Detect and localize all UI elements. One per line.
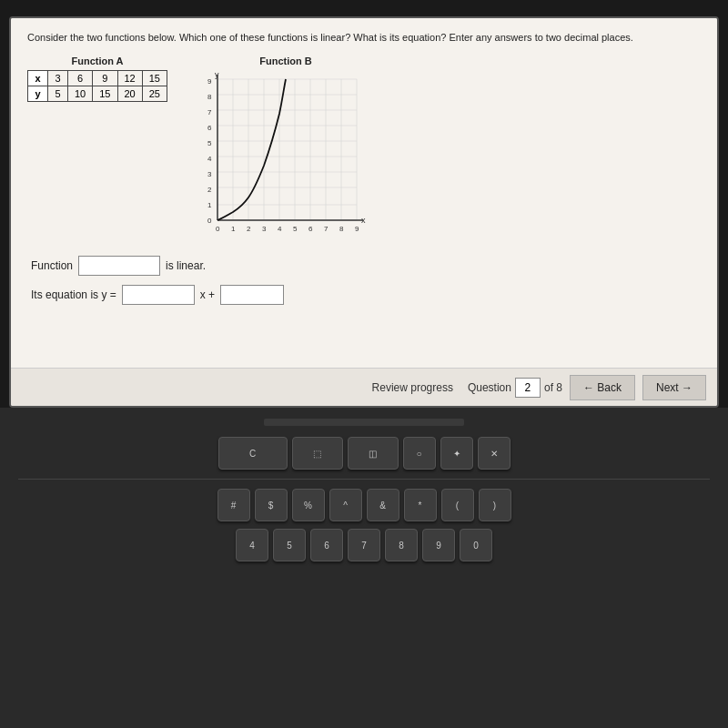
- key-4[interactable]: 4: [236, 529, 268, 561]
- svg-text:5: 5: [207, 139, 212, 147]
- key-row-1: C ⬚ ◫ ○ ✦ ✕: [218, 437, 511, 470]
- review-progress-button[interactable]: Review progress: [372, 381, 453, 394]
- svg-text:3: 3: [262, 225, 267, 233]
- key-percent[interactable]: %: [292, 489, 325, 521]
- table-row-x: x 3 6 9 12 15: [28, 71, 167, 86]
- function-b-graph: x y 0 1 2 3 4 5 6 7 8 9 0: [195, 70, 377, 243]
- svg-text:x: x: [361, 216, 366, 225]
- x-label: x +: [200, 288, 215, 301]
- function-a-label: Function A: [71, 56, 123, 66]
- key-c[interactable]: C: [218, 437, 288, 470]
- key-circle[interactable]: ○: [403, 437, 436, 470]
- x-val-5: 15: [142, 71, 167, 86]
- y-val-2: 10: [68, 86, 93, 102]
- key-caret[interactable]: ^: [329, 489, 362, 521]
- key-ampersand[interactable]: &: [367, 489, 399, 521]
- back-button[interactable]: ← Back: [570, 375, 635, 400]
- question-number-input[interactable]: [515, 378, 541, 398]
- key-row-3: 4 5 6 7 8 9 0: [236, 529, 492, 561]
- y-header: y: [28, 86, 48, 102]
- y-val-4: 20: [117, 86, 142, 102]
- key-dollar[interactable]: $: [255, 489, 288, 521]
- svg-text:4: 4: [278, 225, 282, 233]
- equation-prefix: Its equation is y =: [31, 288, 116, 301]
- key-9[interactable]: 9: [422, 529, 455, 561]
- functions-row: Function A x 3 6 9 12 15 y 5 10 15: [27, 56, 701, 243]
- y-val-1: 5: [48, 86, 68, 102]
- y-val-5: 25: [142, 86, 167, 102]
- intercept-input[interactable]: [220, 285, 284, 305]
- svg-text:5: 5: [293, 225, 298, 233]
- key-7[interactable]: 7: [348, 529, 380, 561]
- is-linear-label: is linear.: [166, 259, 206, 272]
- x-header: x: [28, 71, 48, 86]
- key-0[interactable]: 0: [460, 529, 492, 561]
- key-row-2: # $ % ^ & * ( ): [217, 489, 511, 521]
- next-button[interactable]: Next →: [642, 375, 706, 400]
- svg-text:2: 2: [207, 186, 212, 194]
- content-area: Consider the two functions below. Which …: [11, 18, 717, 368]
- x-val-3: 9: [93, 71, 117, 86]
- svg-text:6: 6: [308, 225, 313, 233]
- key-hash[interactable]: #: [217, 489, 250, 521]
- table-row-y: y 5 10 15 20 25: [28, 86, 167, 102]
- svg-text:6: 6: [207, 124, 212, 132]
- svg-text:9: 9: [355, 225, 359, 233]
- key-divider: [18, 479, 710, 480]
- function-b-section: Function B: [195, 56, 377, 243]
- key-asterisk[interactable]: *: [404, 489, 437, 521]
- key-screenshot[interactable]: ⬚: [292, 437, 343, 470]
- svg-text:2: 2: [247, 225, 251, 233]
- function-input[interactable]: [78, 256, 160, 276]
- key-6[interactable]: 6: [310, 529, 343, 561]
- svg-text:7: 7: [324, 225, 329, 233]
- function-b-label: Function B: [259, 56, 311, 66]
- svg-text:3: 3: [207, 170, 212, 178]
- key-x[interactable]: ✕: [478, 437, 511, 470]
- key-star[interactable]: ✦: [440, 437, 473, 470]
- function-label: Function: [31, 259, 73, 272]
- x-val-2: 6: [68, 71, 93, 86]
- keyboard-hinge: [264, 419, 464, 426]
- svg-text:1: 1: [231, 225, 236, 233]
- question-indicator: Question of 8: [468, 378, 562, 398]
- svg-text:8: 8: [207, 93, 212, 101]
- svg-text:y: y: [215, 70, 219, 79]
- key-5[interactable]: 5: [273, 529, 306, 561]
- svg-text:0: 0: [216, 225, 220, 233]
- x-val-4: 12: [117, 71, 142, 86]
- key-window[interactable]: ◫: [348, 437, 399, 470]
- question-text: Consider the two functions below. Which …: [27, 31, 701, 45]
- keyboard-area: C ⬚ ◫ ○ ✦ ✕ # $ % ^ & * ( ) 4 5 6 7 8 9 …: [0, 408, 728, 728]
- key-close-paren[interactable]: ): [479, 489, 511, 521]
- function-a-section: Function A x 3 6 9 12 15 y 5 10 15: [27, 56, 167, 102]
- of-label: of 8: [544, 381, 562, 394]
- svg-text:8: 8: [339, 225, 344, 233]
- y-val-3: 15: [93, 86, 117, 102]
- svg-text:4: 4: [207, 155, 212, 163]
- svg-text:0: 0: [207, 217, 212, 225]
- key-8[interactable]: 8: [385, 529, 418, 561]
- laptop-screen: Consider the two functions below. Which …: [9, 16, 719, 408]
- svg-text:7: 7: [207, 108, 212, 116]
- svg-text:1: 1: [207, 201, 212, 209]
- slope-input[interactable]: [122, 285, 195, 305]
- key-open-paren[interactable]: (: [441, 489, 474, 521]
- function-a-table: x 3 6 9 12 15 y 5 10 15 20 25: [27, 70, 167, 102]
- answer-section: Function is linear. Its equation is y = …: [27, 256, 701, 305]
- x-val-1: 3: [48, 71, 68, 86]
- function-linear-row: Function is linear.: [31, 256, 697, 276]
- nav-bar: Review progress Question of 8 ← Back Nex…: [11, 368, 717, 406]
- svg-text:9: 9: [207, 77, 212, 86]
- graph-container: x y 0 1 2 3 4 5 6 7 8 9 0: [195, 70, 377, 243]
- question-label: Question: [468, 381, 511, 394]
- equation-row: Its equation is y = x +: [31, 285, 697, 305]
